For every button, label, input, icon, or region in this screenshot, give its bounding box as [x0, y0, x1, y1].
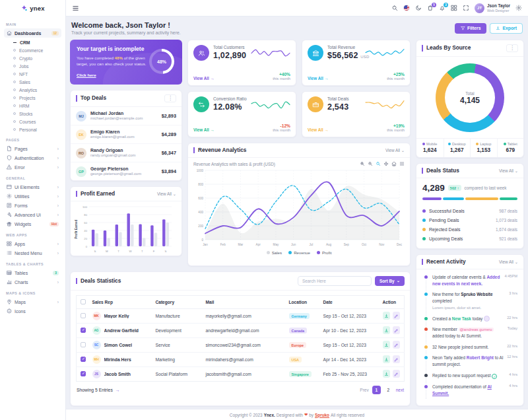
sidebar-item-dashboards[interactable]: Dashboards12	[4, 28, 61, 38]
row-checkbox[interactable]	[81, 371, 86, 376]
sidebar-item-icons[interactable]: Icons	[4, 306, 61, 316]
top-deal-row[interactable]: MJMichael Jordanmichael.jordan@example.c…	[71, 107, 182, 125]
more-options-icon[interactable]: ⋮	[506, 44, 518, 52]
stat-view-all-link[interactable]: View All →	[193, 127, 214, 132]
row-checkbox[interactable]	[81, 328, 86, 333]
top-deal-row[interactable]: RORandy Origoanrandy.origoan@gmail.com$6…	[71, 144, 182, 162]
sidebar-item-widgets[interactable]: WidgetsHot	[4, 219, 61, 228]
stat-view-all-link[interactable]: View All →	[193, 76, 214, 81]
dark-mode-icon[interactable]	[415, 5, 422, 11]
sidebar-item-maps[interactable]: Maps›	[4, 297, 61, 306]
home-icon	[7, 30, 12, 36]
footer: Copyright © 2023 Ynex. Designed with ❤ b…	[66, 409, 528, 420]
selection-zoom-icon[interactable]	[376, 161, 381, 166]
mail-cell: jacobsmith@gmail.com	[206, 372, 251, 376]
zoom-in-icon[interactable]	[360, 161, 365, 166]
recent-activity-view-all[interactable]: View All ⌄	[499, 260, 518, 264]
more-options-icon[interactable]: ⋮	[164, 94, 176, 102]
sidebar-item-pages[interactable]: Pages›	[4, 144, 61, 153]
profit-view-all[interactable]: View All ⌄	[157, 192, 176, 196]
row-checkbox[interactable]	[81, 313, 86, 318]
sidebar-subitem-crm[interactable]: CRM	[11, 38, 61, 46]
export-button[interactable]: Export	[490, 23, 523, 34]
table-search-input[interactable]	[298, 276, 372, 286]
stat-view-all-link[interactable]: View All →	[308, 127, 329, 132]
bullet-icon	[13, 120, 16, 123]
category-cell: Development	[156, 328, 182, 333]
sidebar-subitem-courses[interactable]: Courses	[11, 118, 61, 125]
sidebar-item-utilities[interactable]: Utilities›	[4, 192, 61, 201]
footer-link[interactable]: Spruko	[315, 413, 329, 417]
edit-action-button[interactable]	[393, 326, 400, 334]
download-action-button[interactable]	[383, 326, 390, 334]
edit-action-button[interactable]	[393, 355, 400, 363]
sidebar-subitem-analytics[interactable]: Analytics	[11, 86, 61, 94]
sidebar-subitem-jobs[interactable]: Jobs	[11, 62, 61, 70]
top-deal-row[interactable]: EKEmigo Kiarenemigo.kiaren@gmail.com$4,2…	[71, 125, 182, 144]
settings-gear-icon[interactable]	[515, 5, 522, 11]
sidebar-subitem-stocks[interactable]: Stocks	[11, 110, 61, 118]
sidebar-subitem-sales[interactable]: Sales	[11, 78, 61, 86]
svg-text:20: 20	[84, 237, 87, 240]
sidebar-subitem-personal[interactable]: Personal	[11, 125, 61, 133]
download-action-button[interactable]	[383, 355, 390, 363]
hamburger-menu-icon[interactable]	[72, 5, 79, 12]
row-checkbox[interactable]	[81, 342, 86, 347]
language-flag-icon[interactable]	[403, 5, 410, 11]
edit-action-button[interactable]	[393, 312, 400, 320]
leads-legend-value: 1,153	[472, 147, 496, 153]
pagination-page-1[interactable]: 1	[372, 386, 381, 394]
stat-cards: Total Customers1,02,890View All →+40%thi…	[187, 40, 411, 137]
menu-icon[interactable]	[399, 161, 405, 166]
deals-status-item: Upcoming Deals921 deals	[422, 234, 517, 243]
pagination-prev[interactable]: Prev	[360, 388, 368, 392]
sidebar-item-error[interactable]: Error›	[4, 162, 61, 172]
revenue-view-all[interactable]: View All ⌄	[385, 148, 405, 153]
deals-status-view-all[interactable]: View All ⌄	[499, 168, 518, 173]
cart-icon[interactable]: 5	[427, 5, 434, 11]
zoom-out-icon[interactable]	[368, 161, 373, 166]
edit-action-button[interactable]	[393, 341, 400, 349]
sidebar-item-ui-elements[interactable]: Ui Elements›	[4, 182, 61, 192]
sidebar-item-charts[interactable]: Charts›	[4, 277, 61, 287]
profile-menu[interactable]: JT Json Taylor Web Designer	[475, 3, 510, 13]
brand-logo[interactable]: ynex	[0, 0, 65, 17]
pagination-next[interactable]: next	[396, 388, 404, 392]
sidebar-item-apps[interactable]: Apps›	[4, 239, 61, 248]
sidebar-subitem-nft[interactable]: NFT	[11, 70, 61, 78]
download-action-button[interactable]	[383, 370, 390, 378]
sidebar-subitem-crypto[interactable]: Crypto	[11, 54, 61, 62]
pan-icon[interactable]	[383, 161, 389, 166]
grid-icon	[7, 241, 12, 246]
sidebar-subitem-label: Analytics	[19, 88, 37, 92]
sidebar-item-nested-menu[interactable]: Nested Menu›	[4, 248, 61, 258]
sort-by-button[interactable]: Sort By ⌄	[375, 276, 405, 286]
sidebar-item-forms[interactable]: Forms›	[4, 201, 61, 210]
avatar: RO	[76, 148, 86, 158]
sidebar-subitem-hrm[interactable]: HRM	[11, 102, 61, 110]
smile-icon	[7, 308, 12, 314]
notifications-icon[interactable]: 3	[439, 5, 446, 11]
app-root: ynex MAINDashboards12CRMEcommerceCryptoJ…	[0, 0, 528, 420]
pagination-page-2[interactable]: 2	[384, 386, 393, 394]
row-checkbox[interactable]	[81, 357, 86, 362]
apps-grid-icon[interactable]	[451, 5, 457, 11]
home-icon[interactable]	[391, 161, 397, 166]
sidebar-item-advanced-ui[interactable]: Advanced Ui›	[4, 210, 61, 219]
download-action-button[interactable]	[383, 341, 390, 349]
stat-icon-briefcase	[308, 96, 323, 112]
sidebar-subitem-projects[interactable]: Projects	[11, 94, 61, 102]
status-bar-segment	[465, 197, 498, 200]
sidebar-item-tables[interactable]: Tables3	[4, 268, 61, 277]
download-action-button[interactable]	[383, 312, 390, 320]
stat-view-all-link[interactable]: View All →	[308, 76, 329, 81]
sidebar-item-authentication[interactable]: Authentication›	[4, 153, 61, 162]
filters-button[interactable]: Filters	[455, 23, 486, 34]
fullscreen-icon[interactable]	[463, 5, 469, 11]
search-icon[interactable]	[391, 5, 398, 11]
top-deal-row[interactable]: GPGeorge Pietersongeorge.pieterson@gmail…	[71, 162, 182, 180]
edit-action-button[interactable]	[393, 370, 400, 378]
target-click-here-link[interactable]: Click here	[77, 73, 96, 77]
sidebar-subitem-ecommerce[interactable]: Ecommerce	[11, 46, 61, 54]
header-checkbox[interactable]	[81, 299, 86, 304]
